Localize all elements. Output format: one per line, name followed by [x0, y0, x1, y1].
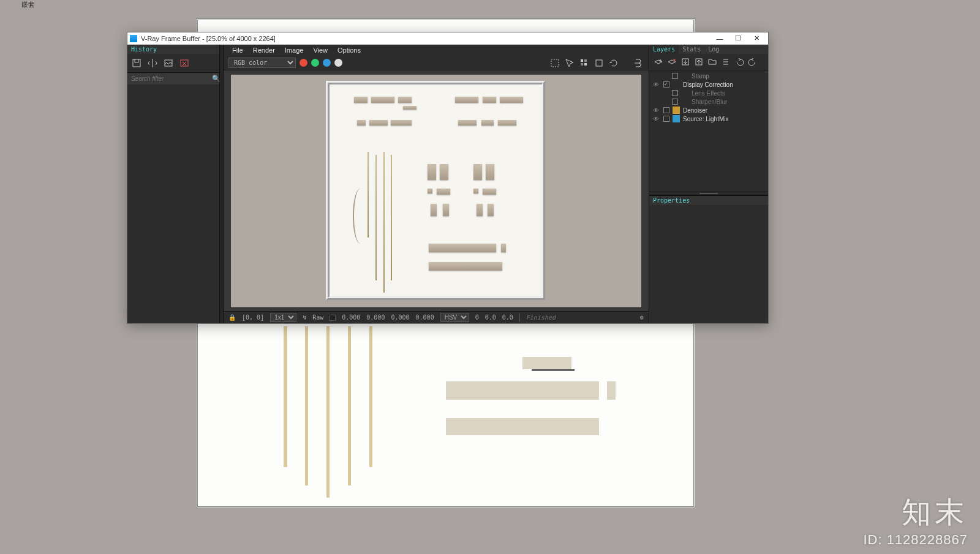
properties-body	[649, 205, 768, 324]
pixel-info-icon[interactable]	[579, 58, 590, 69]
tab-stats[interactable]: Stats	[679, 45, 704, 54]
layer-type-icon	[673, 107, 680, 114]
list-icon[interactable]	[720, 56, 731, 67]
render-object	[473, 189, 478, 193]
render-viewport[interactable]	[224, 70, 649, 311]
raw-label: Raw	[312, 314, 323, 321]
menu-options[interactable]: Options	[334, 46, 364, 54]
layer-row[interactable]: Stamp	[658, 72, 768, 80]
zoom-select[interactable]: 1x1	[270, 313, 296, 322]
render-image	[231, 75, 641, 307]
curve-icon[interactable]: ↯	[303, 314, 306, 321]
history-header: History	[127, 45, 219, 54]
region-render-icon[interactable]	[549, 58, 560, 69]
render-object	[483, 97, 496, 103]
render-object	[500, 97, 523, 103]
render-object	[428, 164, 436, 180]
svg-rect-8	[596, 60, 602, 66]
tab-log[interactable]: Log	[704, 45, 723, 54]
layers-toolbar	[649, 54, 768, 70]
layer-type-icon	[681, 72, 688, 80]
red-channel-icon[interactable]	[300, 59, 307, 67]
layer-checkbox[interactable]	[663, 107, 669, 113]
tab-layers[interactable]: Layers	[649, 45, 679, 54]
track-mouse-icon[interactable]	[564, 58, 575, 69]
load-image-icon[interactable]	[163, 58, 174, 69]
layer-row[interactable]: 👁Source: LightMix	[649, 114, 768, 123]
layer-type-icon	[673, 115, 680, 122]
bg-rod	[326, 326, 330, 498]
minimize-button[interactable]: —	[710, 32, 729, 44]
titlebar[interactable]: V-Ray Frame Buffer - [25.0% of 4000 x 22…	[127, 32, 768, 45]
channel-select[interactable]: RGB color	[228, 58, 296, 68]
svg-rect-3	[551, 59, 559, 67]
statusbar: 🔒 [0, 0] 1x1 ↯ Raw 0.000 0.000 0.000 0.0…	[224, 311, 649, 323]
layer-checkbox[interactable]	[672, 73, 678, 79]
watermark-logo: 知末	[863, 493, 968, 532]
color-mode-select[interactable]: HSV	[440, 313, 469, 322]
eye-icon[interactable]: 👁	[653, 107, 660, 114]
render-object	[481, 120, 494, 125]
layer-checkbox[interactable]	[672, 90, 678, 96]
layer-type-icon	[681, 98, 688, 105]
right-tabs: Layers Stats Log	[649, 45, 768, 54]
refresh-icon[interactable]	[608, 58, 619, 69]
layer-checkbox[interactable]	[663, 116, 669, 122]
eye-icon[interactable]: 👁	[653, 116, 660, 122]
bg-bar	[607, 381, 616, 400]
clamp-colors-icon[interactable]	[594, 58, 605, 69]
layer-name: Source: LightMix	[683, 116, 728, 122]
undo-icon[interactable]	[734, 56, 745, 67]
svg-rect-2	[181, 60, 188, 66]
render-object	[455, 97, 478, 103]
svg-rect-4	[581, 59, 583, 62]
properties-header: Properties	[649, 195, 768, 205]
center-area: File Render Image View Options RGB color	[224, 45, 649, 323]
hsv-v: 0.0	[502, 314, 513, 321]
bg-rod	[284, 326, 287, 467]
bg-bar	[532, 369, 575, 371]
close-button[interactable]: ✕	[747, 32, 766, 44]
settings-icon[interactable]: ⚙	[640, 314, 644, 321]
render-object	[458, 120, 477, 125]
load-preset-icon[interactable]	[693, 56, 704, 67]
layer-type-icon	[681, 89, 688, 97]
lock-icon[interactable]: 🔒	[228, 314, 236, 321]
layer-row[interactable]: Lens Effects	[658, 89, 768, 97]
menu-file[interactable]: File	[228, 46, 247, 54]
layer-row[interactable]: Sharpen/Blur	[658, 97, 768, 106]
watermark: 知末 ID: 1128228867	[863, 493, 968, 548]
render-last-icon[interactable]	[633, 58, 644, 69]
delete-layer-icon[interactable]	[666, 56, 677, 67]
compare-ab-icon[interactable]	[147, 58, 158, 69]
history-toolbar	[127, 54, 219, 73]
eye-icon[interactable]: 👁	[653, 81, 660, 88]
rendered-frame	[326, 81, 545, 300]
layer-checkbox[interactable]	[672, 99, 678, 105]
color-b: 0.000	[391, 314, 409, 321]
layer-checkbox[interactable]	[663, 81, 669, 88]
render-object	[473, 164, 482, 180]
app-icon	[130, 35, 137, 42]
clear-history-icon[interactable]	[179, 58, 190, 69]
save-history-icon[interactable]	[131, 58, 142, 69]
blue-channel-icon[interactable]	[323, 59, 331, 67]
layer-type-icon	[673, 81, 680, 88]
layer-row[interactable]: 👁Display Correction	[649, 80, 768, 89]
search-input[interactable]	[130, 74, 210, 83]
add-layer-icon[interactable]	[653, 56, 664, 67]
green-channel-icon[interactable]	[311, 59, 319, 67]
menu-view[interactable]: View	[309, 46, 331, 54]
folder-icon[interactable]	[707, 56, 718, 67]
menu-render[interactable]: Render	[249, 46, 279, 54]
layer-row[interactable]: 👁Denoiser	[649, 106, 768, 114]
layer-name: Display Correction	[683, 81, 733, 88]
save-preset-icon[interactable]	[680, 56, 691, 67]
mono-channel-icon[interactable]	[334, 59, 342, 67]
maximize-button[interactable]: ☐	[729, 32, 747, 44]
history-search: 🔍 ▾	[127, 73, 219, 84]
hsv-h: 0	[475, 314, 479, 321]
menu-image[interactable]: Image	[281, 46, 307, 54]
redo-icon[interactable]	[747, 56, 758, 67]
render-object	[483, 189, 496, 195]
